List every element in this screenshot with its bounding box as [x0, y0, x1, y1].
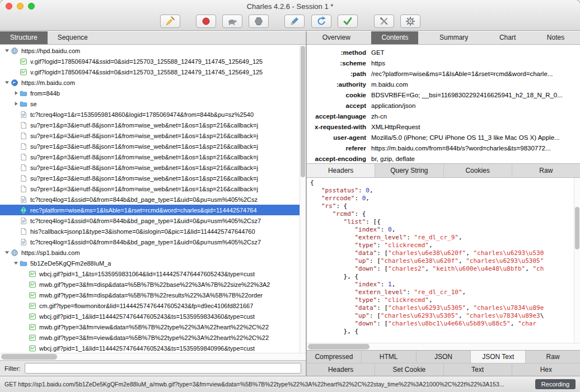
filter-label: Filter: — [4, 365, 21, 372]
tree-row[interactable]: mwb.gif?type=3&fm=view&data=%5B%7B%22typ… — [0, 322, 300, 332]
header-value: application/json — [371, 102, 415, 109]
tree-horizontal-scrollbar[interactable] — [0, 353, 306, 360]
node-label: su?pre=1&p=3&ie=utf-8&json=1&from=wise_w… — [30, 154, 258, 160]
tree-row[interactable]: wbcj.gif?pid=1_1&ts=1535959831064&lid=11… — [0, 268, 300, 279]
body-horizontal-scrollbar[interactable] — [307, 343, 580, 350]
tree-row[interactable]: su?pre=1&p=3&ie=utf-8&json=1&from=wise_w… — [0, 173, 300, 183]
tree-row[interactable]: tc?tcreq4log=1&ssid=0&from=844b&bd_page_… — [0, 215, 300, 226]
disclosure-open-icon[interactable] — [3, 48, 11, 53]
tree-row[interactable]: su?pre=1&p=3&ie=utf-8&json=1&from=wise_w… — [0, 183, 300, 194]
request-view-tab-raw[interactable]: Raw — [512, 164, 580, 177]
response-view-tab-compressed[interactable]: Compressed — [307, 351, 362, 363]
tree-row[interactable]: su?pre=1&p=3&ie=utf-8&json=1&from=wise_w… — [0, 141, 300, 152]
tree-row[interactable]: tc?tcreq4log=1&ssid=0&from=844b&bd_page_… — [0, 194, 300, 205]
doc-icon — [20, 217, 28, 225]
tree-row[interactable]: su?pre=1&p=3&ie=utf-8&json=1&from=wise_w… — [0, 120, 300, 130]
request-view-tab-headers[interactable]: Headers — [307, 164, 375, 177]
tree-row[interactable]: https://hpd.baidu.com — [0, 45, 300, 56]
minimize-window-button[interactable] — [17, 3, 24, 10]
tree-row[interactable]: tc?tcreq4log=1&ssid=0&from=844b&bd_page_… — [0, 237, 300, 247]
tab-notes[interactable]: Notes — [537, 31, 574, 44]
throttle-button[interactable] — [222, 15, 242, 28]
body-vertical-scrollbar-thumb[interactable] — [575, 207, 579, 249]
doc-plain-icon — [20, 174, 28, 182]
request-view-tab-query-string[interactable]: Query String — [375, 164, 443, 177]
disclosure-closed-icon[interactable] — [12, 91, 20, 96]
tab-contents[interactable]: Contents — [371, 31, 418, 44]
tab-chart[interactable]: Chart — [489, 31, 526, 44]
tree-row[interactable]: mwb.gif?type=3&fm=disp&data=%5B%7B%22bas… — [0, 279, 300, 290]
tree-row[interactable]: mwb.gif?type=3&fm=disp&data=%5B%7B%22res… — [0, 290, 300, 300]
tree-horizontal-scrollbar-thumb[interactable] — [1, 354, 57, 360]
tree-row[interactable]: wbcj.gif?pid=1_1&lid=1144425747644760524… — [0, 343, 300, 353]
tab-summary[interactable]: Summary — [429, 31, 478, 44]
doc-plain-icon — [20, 132, 28, 140]
disclosure-open-icon[interactable] — [3, 80, 11, 85]
filter-input[interactable] — [25, 363, 301, 374]
broom-icon — [165, 16, 176, 27]
doc-icon — [20, 111, 28, 119]
response-view-tab-json-text[interactable]: JSON Text — [471, 351, 526, 363]
response-view-tab-headers[interactable]: Headers — [307, 363, 375, 376]
json-line: "index": 1, — [310, 281, 573, 289]
left-panel: StructureSequence https://hpd.baidu.comv… — [0, 31, 307, 376]
tree-row[interactable]: cm.gif?type=flowmonitor&lid=114442574764… — [0, 300, 300, 311]
tab-structure[interactable]: Structure — [0, 31, 48, 44]
record-button[interactable] — [196, 15, 216, 28]
json-line: { — [310, 179, 573, 187]
clear-session-button[interactable] — [160, 15, 180, 28]
response-view-tab-hex[interactable]: Hex — [512, 363, 580, 376]
tree-row[interactable]: su?pre=1&p=3&ie=utf-8&json=1&from=wise_w… — [0, 162, 300, 173]
tree-row[interactable]: se — [0, 98, 300, 109]
node-label: mwb.gif?type=3&fm=disp&data=%5B%7B%22res… — [39, 292, 263, 299]
recording-badge[interactable]: Recording — [535, 379, 576, 389]
tree-row[interactable]: mwb.gif?type=3&fm=view&data=%5B%7B%22typ… — [0, 332, 300, 343]
left-panel-tabs: StructureSequence — [0, 31, 306, 45]
compose-button[interactable] — [284, 15, 305, 28]
request-view-tab-cookies[interactable]: Cookies — [444, 164, 512, 177]
tree-row[interactable]: rec?platform=wise&ms=1&lsAble=1&rset=rcm… — [0, 205, 300, 215]
validate-button[interactable] — [338, 15, 358, 28]
tree-vertical-scrollbar-thumb[interactable] — [301, 46, 305, 177]
tree-row[interactable]: tc?tcreq4log=1&r=1535959814860&logid=178… — [0, 109, 300, 120]
request-tree: https://hpd.baidu.comv.gif?logid=1785069… — [0, 45, 300, 353]
tab-sequence[interactable]: Sequence — [48, 31, 98, 44]
tree-row[interactable]: su?pre=1&p=3&ie=utf-8&json=1&from=wise_w… — [0, 130, 300, 141]
tree-row[interactable]: https://m.baidu.com — [0, 77, 300, 88]
node-label: tc?tcreq4log=1&ssid=0&from=844b&bd_page_… — [30, 196, 258, 203]
breakpoints-button[interactable] — [249, 15, 269, 28]
tools-button[interactable] — [374, 15, 394, 28]
tree-vertical-scrollbar[interactable] — [300, 45, 306, 353]
response-view-tab-raw[interactable]: Raw — [526, 351, 580, 363]
settings-button[interactable] — [400, 15, 420, 28]
response-view-tab-set-cookie[interactable]: Set Cookie — [375, 363, 443, 376]
response-view-tab-text[interactable]: Text — [444, 363, 512, 376]
tab-overview[interactable]: Overview — [312, 31, 361, 44]
tree-row[interactable]: 5b1ZeDe5KgQFm2e88IuM_a — [0, 258, 300, 268]
node-label: su?pre=1&p=3&ie=utf-8&json=1&from=wise_w… — [30, 133, 258, 139]
tree-row[interactable]: wbcj.gif?pid=1_1&lid=1144425747644760524… — [0, 311, 300, 322]
gif-icon — [29, 323, 37, 331]
response-view-tab-html[interactable]: HTML — [362, 351, 417, 363]
globe-blue-icon — [11, 79, 19, 87]
zoom-window-button[interactable] — [28, 3, 35, 10]
node-label: su?pre=1&p=3&ie=utf-8&json=1&from=wise_w… — [30, 122, 258, 129]
header-value: GET — [371, 49, 385, 56]
tree-row[interactable]: from=844b — [0, 88, 300, 98]
body-vertical-scrollbar[interactable] — [574, 178, 580, 343]
tree-row[interactable]: his?callback=jsonp1&type=3&ishome=0&islo… — [0, 226, 300, 237]
disclosure-open-icon[interactable] — [12, 261, 20, 266]
node-label: tc?tcreq4log=1&ssid=0&from=844b&bd_page_… — [30, 218, 261, 224]
tree-row[interactable]: v.gif?logid=1785069474&ssid=0&sid=125703… — [0, 56, 300, 67]
repeat-button[interactable] — [311, 15, 331, 28]
tree-row[interactable]: su?pre=1&p=3&ie=utf-8&json=1&from=wise_w… — [0, 152, 300, 162]
tree-row[interactable]: v.gif?logid=1785069474&ssid=0&sid=125703… — [0, 67, 300, 77]
body-horizontal-scrollbar-thumb[interactable] — [308, 344, 369, 350]
disclosure-open-icon[interactable] — [3, 250, 11, 255]
tree-row[interactable]: https://sp1.baidu.com — [0, 247, 300, 258]
disclosure-closed-icon[interactable] — [12, 101, 20, 106]
tree-wrap: https://hpd.baidu.comv.gif?logid=1785069… — [0, 45, 306, 353]
gif-icon — [29, 281, 37, 289]
close-window-button[interactable] — [6, 3, 12, 10]
response-view-tab-json[interactable]: JSON — [417, 351, 471, 363]
